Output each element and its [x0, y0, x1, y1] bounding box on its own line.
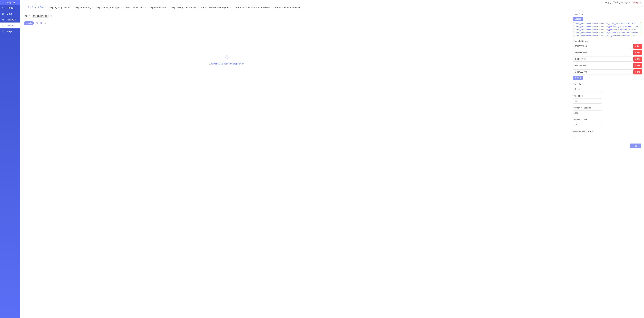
center-pane: Project five.sc.samples ✕ results	[20, 10, 572, 318]
upload-button[interactable]: Upload	[572, 17, 583, 21]
document-icon	[572, 25, 575, 28]
power-icon	[632, 1, 634, 3]
tab-step7[interactable]: Step7.Assign Cell Cycles›	[169, 5, 199, 10]
input-data-label: *Input Data	[572, 13, 642, 15]
tab-step10[interactable]: Step10.Calculate Lineage›	[273, 5, 303, 10]
sidebar-item-label: Help	[7, 30, 12, 33]
tab-step4[interactable]: Step4.Identify Cell Types›	[94, 5, 124, 10]
home-icon	[2, 6, 4, 9]
sample-name-input[interactable]	[572, 69, 632, 74]
check-icon	[640, 28, 642, 31]
graph-icon	[2, 12, 4, 15]
svg-rect-0	[2, 13, 3, 14]
data-type-select[interactable]	[572, 87, 602, 92]
svg-point-16	[640, 22, 642, 24]
sidebar-item-help[interactable]: Help	[0, 28, 20, 34]
svg-point-17	[640, 25, 642, 27]
svg-rect-2	[4, 14, 4, 14]
svg-point-15	[44, 23, 46, 24]
chevron-right-icon: ›	[232, 6, 232, 8]
gear-icon[interactable]	[40, 22, 42, 24]
close-icon	[635, 65, 636, 66]
sidebar-item-label: Project	[7, 24, 14, 27]
tab-step3[interactable]: Step3.Clustering›	[73, 5, 94, 10]
chevron-down-icon: ▾	[640, 88, 640, 90]
feature-col-input[interactable]	[572, 134, 602, 139]
sidebar-item-home[interactable]: Home	[0, 5, 20, 11]
sample-row: Del	[572, 63, 642, 68]
mt-pattern-input[interactable]	[572, 99, 602, 104]
sample-name-input[interactable]	[572, 50, 632, 55]
file-name[interactable]: SYS_temp/202410/20241017/220010_yRP1dSX_…	[576, 25, 639, 28]
document-icon	[572, 22, 575, 25]
uploaded-file: SYS_temp/202410/20241017/220010_yRP1dSX_…	[572, 25, 642, 28]
tab-step2[interactable]: Step2.Quality Control›	[47, 5, 73, 10]
run-button[interactable]: Run	[630, 144, 641, 148]
sample-row: Del	[572, 69, 642, 74]
close-icon	[635, 58, 636, 60]
svg-point-18	[640, 29, 642, 30]
sidebar-item-project[interactable]: Project	[0, 22, 20, 28]
spinner-icon	[225, 55, 228, 59]
tabs-scroll-right-icon[interactable]	[640, 6, 643, 8]
user-email: wangzy17@tsinghua.org.cn	[604, 1, 630, 3]
check-icon	[640, 34, 642, 37]
chevron-right-icon: ›	[196, 6, 197, 8]
close-icon	[635, 45, 636, 47]
uploaded-file: SYS_temp/202410/20241017/220010_-_yiPNr7…	[572, 34, 642, 37]
min-features-input[interactable]	[572, 110, 602, 115]
clear-project-icon[interactable]: ✕	[50, 15, 53, 17]
svg-point-20	[640, 35, 642, 36]
add-sample-button[interactable]: Add	[572, 76, 582, 80]
check-icon	[640, 25, 642, 28]
delete-sample-button[interactable]: Del	[633, 56, 642, 62]
logout-button[interactable]: Logout	[632, 1, 640, 3]
chevron-right-icon: ›	[270, 6, 271, 8]
delete-sample-button[interactable]: Del	[633, 63, 642, 68]
close-icon	[635, 71, 636, 73]
sidebar: Analyzer Home Data Analysis Project	[0, 0, 20, 318]
tab-step6[interactable]: Step6.Find DEGs›	[147, 5, 169, 10]
sample-name-input[interactable]	[572, 63, 632, 68]
tab-step8[interactable]: Step8.Calculate Heterogeneity›	[199, 5, 234, 10]
sample-name-input[interactable]	[572, 44, 632, 49]
topbar: wangzy17@tsinghua.org.cn Logout	[20, 0, 644, 5]
file-name[interactable]: SYS_temp/202410/20241017/220010_1KzPj_6c…	[576, 22, 639, 24]
bug-icon[interactable]	[44, 22, 46, 24]
step-tabs: Step1.Input Data›Step2.Quality Control›S…	[20, 5, 644, 10]
delete-sample-button[interactable]: Del	[633, 44, 642, 49]
document-icon	[572, 34, 575, 37]
min-features-label: *Minimum Features	[572, 107, 642, 109]
svg-rect-12	[36, 22, 38, 24]
delete-sample-button[interactable]: Del	[633, 69, 642, 74]
tab-step5[interactable]: Step5.Visualization›	[124, 5, 147, 10]
file-name[interactable]: SYS_temp/202410/20241017/220010_-_yiPNr7…	[576, 35, 639, 37]
svg-point-3	[2, 19, 4, 20]
min-cells-input[interactable]	[572, 122, 602, 127]
file-name[interactable]: SYS_temp/202410/20241017/220010_d6xP4zOC…	[576, 32, 639, 34]
document-icon	[572, 28, 575, 31]
results-button[interactable]: results	[24, 21, 34, 25]
sidebar-item-label: Data	[7, 12, 12, 15]
logout-label: Logout	[634, 1, 640, 3]
file-name[interactable]: SYS_temp/202410/20241017/220010_j6xAzicA…	[576, 29, 639, 31]
sidebar-item-data[interactable]: Data	[0, 11, 20, 16]
sidebar-item-label: Analysis	[7, 18, 16, 21]
tab-step9[interactable]: Step9.Violin Plot for Marker Genes›	[234, 5, 273, 10]
tab-step1[interactable]: Step1.Input Data›	[26, 5, 47, 10]
uploaded-file: SYS_temp/202410/20241017/220010_j6xAzicA…	[572, 28, 642, 31]
sample-name-input[interactable]	[572, 56, 632, 62]
min-cells-label: *Minimum Cells	[572, 119, 642, 121]
analyzing-text: Analyzing...Do not submit repeatedly	[210, 63, 244, 65]
svg-point-10	[3, 32, 4, 32]
calendar-icon[interactable]	[36, 22, 38, 24]
mt-pattern-label: *Mt Pattern	[572, 95, 642, 97]
sidebar-item-label: Home	[7, 6, 13, 9]
delete-sample-button[interactable]: Del	[633, 50, 642, 55]
parameters-form: *Input Data Upload SYS_temp/202410/20241…	[572, 10, 644, 318]
chevron-right-icon: ›	[167, 6, 168, 8]
project-name-tag: five.sc.samples	[32, 14, 49, 18]
sidebar-item-analysis[interactable]: Analysis	[0, 16, 20, 22]
uploaded-file: SYS_temp/202410/20241017/220010_d6xP4zOC…	[572, 31, 642, 34]
sample-row: Del	[572, 50, 642, 55]
